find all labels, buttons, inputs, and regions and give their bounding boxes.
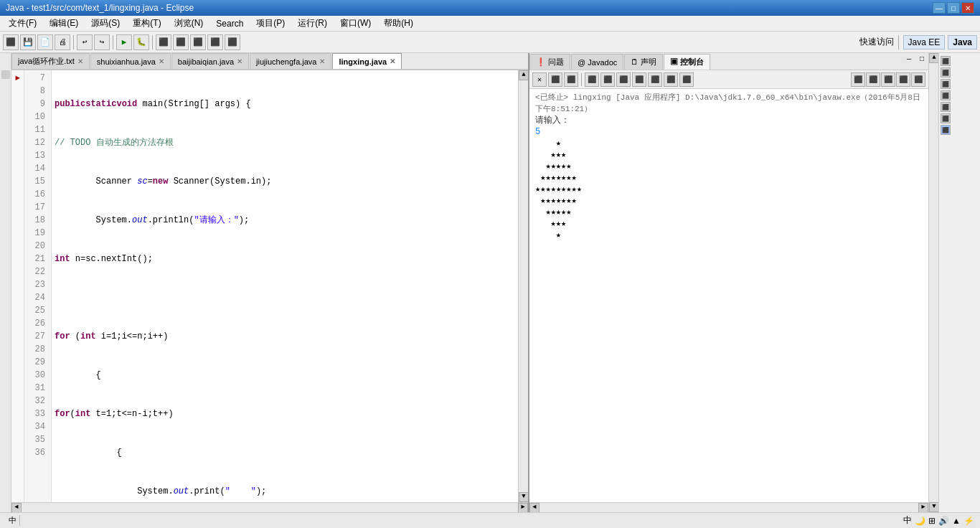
maximize-button[interactable]: □ — [947, 2, 960, 14]
minimize-button[interactable]: — — [933, 2, 946, 14]
menu-file[interactable]: 文件(F) — [3, 16, 42, 31]
menu-refactor[interactable]: 重构(T) — [127, 16, 166, 31]
toolbar-btn-1[interactable]: ⬛ — [3, 34, 19, 50]
console-btn-3[interactable]: ⬛ — [564, 72, 578, 87]
toolbar-btn-2[interactable]: 💾 — [20, 34, 36, 50]
line-num-11: 11 — [24, 123, 48, 136]
tab-lingxing[interactable]: lingxing.java ✕ — [332, 53, 402, 69]
editor-scrollbar[interactable]: ▲ ▼ — [518, 70, 528, 502]
toolbar-btn-5[interactable]: ↩ — [77, 34, 93, 50]
right-panel-maximize[interactable]: □ — [915, 55, 928, 68]
console-icon-4[interactable]: ⬛ — [896, 72, 910, 87]
chscroll-right[interactable]: ► — [918, 503, 928, 513]
right-side-icon-3[interactable]: ⬛ — [941, 79, 951, 89]
taskbar-sound: 🔊 — [938, 516, 949, 526]
console-clear[interactable]: ✕ — [532, 72, 547, 87]
console-btn-9[interactable]: ⬛ — [664, 72, 678, 87]
line-num-24: 24 — [24, 291, 48, 304]
menu-edit[interactable]: 编辑(E) — [44, 16, 84, 31]
line-num-25: 25 — [24, 304, 48, 317]
right-side-icon-4[interactable]: ⬛ — [941, 90, 951, 100]
toolbar-debug[interactable]: 🐛 — [133, 34, 149, 50]
console-btn-4[interactable]: ⬛ — [585, 72, 599, 87]
hscroll-right[interactable]: ► — [518, 503, 528, 513]
console-vscrollbar[interactable]: ▲ ▼ — [928, 53, 938, 512]
tab-baijibaiqian[interactable]: baijibaiqian.java ✕ — [171, 53, 249, 69]
menu-window[interactable]: 窗口(W) — [334, 16, 377, 31]
tab-java-loop[interactable]: java循环作业.txt ✕ — [11, 53, 90, 69]
tab-lingxing-label: lingxing.java — [339, 57, 387, 66]
tab-jiujiuchengfa[interactable]: jiujiuchengfa.java ✕ — [250, 53, 331, 69]
console-icon-1[interactable]: ⬛ — [851, 72, 865, 87]
quick-access-label: 快速访问 — [859, 36, 894, 48]
console-btn-8[interactable]: ⬛ — [648, 72, 662, 87]
console-star-row-7: ★★★★★ — [535, 207, 923, 218]
cvscroll-down[interactable]: ▼ — [929, 502, 939, 512]
menu-project[interactable]: 项目(P) — [250, 16, 291, 31]
console-hscrollbar[interactable]: ◄ ► — [529, 502, 928, 512]
cvscroll-up[interactable]: ▲ — [929, 53, 939, 63]
toolbar-btn-11[interactable]: ⬛ — [190, 34, 206, 50]
scroll-down-btn[interactable]: ▼ — [519, 492, 528, 502]
perspective-javaee[interactable]: Java EE — [903, 35, 946, 50]
perspective-java[interactable]: Java — [948, 35, 977, 50]
line-num-23: 23 — [24, 278, 48, 291]
menu-run[interactable]: 运行(R) — [292, 16, 333, 31]
menu-search[interactable]: Search — [210, 17, 249, 30]
right-toolbar: ✕ ⬛ ⬛ ⬛ ⬛ ⬛ ⬛ ⬛ ⬛ ⬛ ⬛ ⬛ ⬛ ⬛ ⬛ — [529, 70, 928, 89]
code-line-10: System.out.println("请输入："); — [55, 214, 515, 227]
hscroll-left[interactable]: ◄ — [11, 503, 22, 513]
toolbar-btn-6[interactable]: ↪ — [94, 34, 110, 50]
right-side-icon-7[interactable]: ⬛ — [941, 125, 951, 135]
gutter-14 — [11, 162, 24, 175]
tab-baijibaiqian-close[interactable]: ✕ — [237, 57, 242, 65]
gutter-7: ► — [11, 72, 24, 85]
right-side-icon-2[interactable]: ⬛ — [941, 67, 951, 77]
close-button[interactable]: ✕ — [961, 2, 974, 14]
scroll-up-btn[interactable]: ▲ — [519, 70, 528, 80]
toolbar-btn-10[interactable]: ⬛ — [173, 34, 189, 50]
console-icon-3[interactable]: ⬛ — [881, 72, 895, 87]
tab-shuixianhua-close[interactable]: ✕ — [159, 57, 164, 65]
code-content[interactable]: public static void main(String[] args) {… — [52, 70, 518, 502]
right-panel-minimize[interactable]: — — [903, 55, 915, 68]
console-btn-6[interactable]: ⬛ — [616, 72, 631, 87]
cvscroll-track[interactable] — [929, 63, 938, 502]
gutter-16 — [11, 188, 24, 201]
line-num-16: 16 — [24, 188, 48, 201]
console-icon-5[interactable]: ⬛ — [911, 72, 925, 87]
tab-console[interactable]: ▣ 控制台 — [664, 54, 710, 70]
chscroll-left[interactable]: ◄ — [529, 503, 540, 513]
tab-javadoc[interactable]: @ Javadoc — [571, 54, 623, 70]
hscroll-track[interactable] — [22, 503, 518, 513]
tab-lingxing-close[interactable]: ✕ — [390, 57, 395, 65]
toolbar-btn-4[interactable]: 🖨 — [55, 34, 70, 50]
console-icon-2[interactable]: ⬛ — [866, 72, 880, 87]
toolbar-btn-9[interactable]: ⬛ — [156, 34, 171, 50]
line-num-15: 15 — [24, 175, 48, 188]
right-side-icon-1[interactable]: ⬛ — [941, 56, 951, 66]
toolbar-btn-12[interactable]: ⬛ — [207, 34, 223, 50]
console-btn-7[interactable]: ⬛ — [632, 72, 646, 87]
toolbar-run[interactable]: ▶ — [116, 34, 132, 50]
tab-declaration[interactable]: 🗒 声明 — [624, 54, 663, 70]
menu-navigate[interactable]: 浏览(N) — [169, 16, 209, 31]
right-side-icon-5[interactable]: ⬛ — [941, 102, 951, 112]
console-btn-10[interactable]: ⬛ — [679, 72, 694, 87]
toolbar-btn-13[interactable]: ⬛ — [225, 34, 240, 50]
code-horizontal-scrollbar[interactable]: ◄ ► — [11, 502, 528, 512]
tab-shuixianhua[interactable]: shuixianhua.java ✕ — [90, 53, 171, 69]
toolbar-btn-3[interactable]: 📄 — [37, 34, 53, 50]
tab-java-loop-close[interactable]: ✕ — [77, 57, 83, 65]
taskbar-grid: ⊞ — [928, 516, 936, 526]
right-side-icon-6[interactable]: ⬛ — [941, 113, 951, 123]
console-btn-5[interactable]: ⬛ — [600, 72, 615, 87]
tab-problems[interactable]: ❗ 问题 — [529, 54, 570, 70]
scroll-track[interactable] — [519, 80, 528, 492]
menu-help[interactable]: 帮助(H) — [378, 16, 419, 31]
console-star-row-4: ★★★★★★★ — [535, 172, 923, 184]
tab-jiujiuchengfa-close[interactable]: ✕ — [319, 57, 325, 65]
chscroll-track[interactable] — [540, 503, 918, 513]
menu-source[interactable]: 源码(S) — [85, 16, 126, 31]
console-btn-2[interactable]: ⬛ — [548, 72, 562, 87]
